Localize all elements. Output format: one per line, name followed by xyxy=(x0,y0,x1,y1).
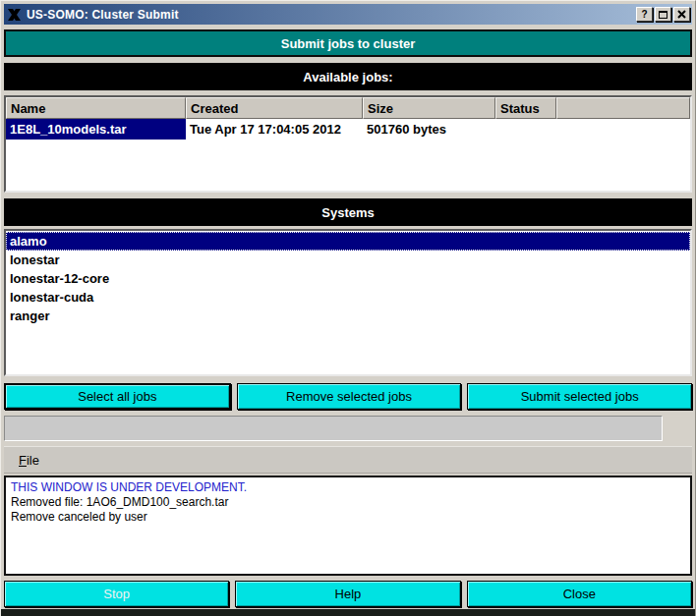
list-item-lonestar-12-core[interactable]: lonestar-12-core xyxy=(6,269,690,288)
help-button[interactable]: Help xyxy=(235,581,460,607)
column-header-created[interactable]: Created xyxy=(186,97,363,119)
menubar: File xyxy=(4,446,692,474)
remove-selected-jobs-button[interactable]: Remove selected jobs xyxy=(237,383,462,410)
footer-buttons-row: Stop Help Close xyxy=(4,581,692,607)
maximize-glyph xyxy=(659,11,667,19)
column-header-size[interactable]: Size xyxy=(363,97,495,119)
column-header-extra[interactable] xyxy=(556,97,690,119)
stop-button[interactable]: Stop xyxy=(4,581,229,607)
jobs-table-header: NameCreatedSizeStatus xyxy=(6,97,690,119)
systems-list[interactable]: alamolonestarlonestar-12-corelonestar-cu… xyxy=(4,229,692,376)
jobs-table-body: 1E8L_10models.tarTue Apr 17 17:04:05 201… xyxy=(6,119,690,140)
systems-banner: Systems xyxy=(4,198,692,226)
list-item-ranger[interactable]: ranger xyxy=(6,307,690,325)
list-item-alamo[interactable]: alamo xyxy=(6,232,690,251)
cluster-submit-window: US-SOMO: Cluster Submit ? Submit jobs to… xyxy=(0,0,696,616)
log-line: THIS WINDOW IS UNDER DEVELOPMENT. xyxy=(11,480,685,495)
progress-bar xyxy=(4,416,663,441)
progress-row xyxy=(4,416,692,441)
titlebar-help-button[interactable]: ? xyxy=(636,7,653,22)
log-output[interactable]: THIS WINDOW IS UNDER DEVELOPMENT.Removed… xyxy=(4,476,692,576)
job-actions-row: Select all jobs Remove selected jobs Sub… xyxy=(4,383,692,410)
window-title: US-SOMO: Cluster Submit xyxy=(27,8,634,22)
titlebar[interactable]: US-SOMO: Cluster Submit ? xyxy=(4,4,692,25)
file-menu[interactable]: File xyxy=(13,451,45,470)
cell-size: 501760 bytes xyxy=(363,119,495,140)
close-button[interactable]: Close xyxy=(467,581,692,607)
jobs-table[interactable]: NameCreatedSizeStatus 1E8L_10models.tarT… xyxy=(4,95,692,193)
select-all-jobs-button[interactable]: Select all jobs xyxy=(4,383,231,410)
close-icon[interactable] xyxy=(673,7,690,22)
list-item-lonestar-cuda[interactable]: lonestar-cuda xyxy=(6,288,690,307)
submit-selected-jobs-button[interactable]: Submit selected jobs xyxy=(467,383,692,410)
cell-extra xyxy=(556,119,690,140)
cell-name: 1E8L_10models.tar xyxy=(6,119,186,140)
cell-created: Tue Apr 17 17:04:05 2012 xyxy=(186,119,363,140)
column-header-name[interactable]: Name xyxy=(6,97,186,119)
cell-status xyxy=(495,119,556,140)
log-line: Removed file: 1AO6_DMD100_search.tar xyxy=(11,495,685,510)
table-row[interactable]: 1E8L_10models.tarTue Apr 17 17:04:05 201… xyxy=(6,119,690,140)
desktop-edge-strip xyxy=(1,609,695,616)
column-header-status[interactable]: Status xyxy=(495,97,556,119)
list-item-lonestar[interactable]: lonestar xyxy=(6,251,690,269)
available-jobs-banner: Available jobs: xyxy=(4,63,692,90)
submit-jobs-banner: Submit jobs to cluster xyxy=(4,29,692,57)
maximize-icon[interactable] xyxy=(655,7,671,22)
log-line: Remove canceled by user xyxy=(11,510,685,525)
x11-app-icon xyxy=(6,6,23,23)
